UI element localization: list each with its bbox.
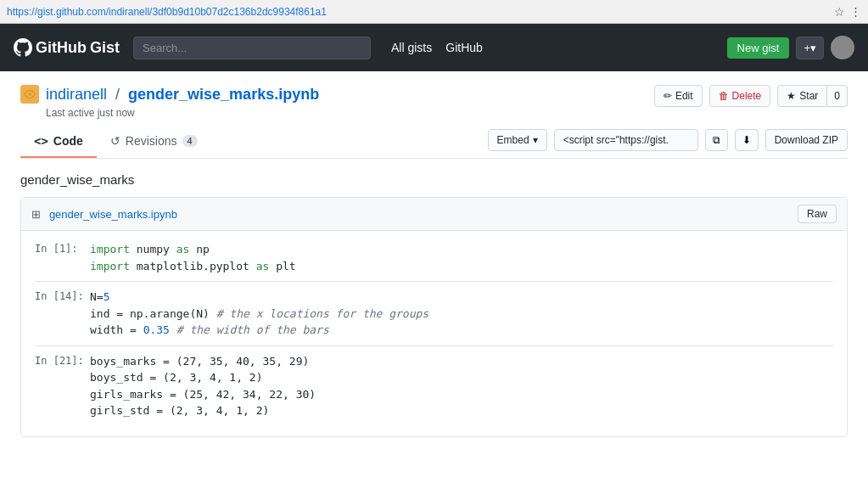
code-token: import [90,260,137,272]
code-token: = [116,307,130,320]
cell-separator [35,281,833,282]
file-icon: ⊞ [31,208,41,221]
code-token: boys_marks = (27, 35, 40, 35, 29) [90,355,309,368]
code-line: import numpy as np [90,241,296,258]
gist-type-icon [20,85,39,104]
tab-actions: Embed ▾ ⧉ ⬇ Download ZIP [488,129,848,154]
code-cell-1: In [1]: import numpy as np import matplo… [35,241,833,274]
code-token: boys_std = (2, 3, 4, 1, 2) [90,371,263,384]
gist-filename-link[interactable]: gender_wise_marks.ipynb [128,86,319,104]
browser-menu-icon[interactable]: ⋮ [850,5,861,18]
download-arrow-icon: ⬇ [742,134,751,146]
bookmark-icon[interactable]: ☆ [834,5,845,19]
cell-label-1: In [1]: [35,241,90,274]
code-area: In [1]: import numpy as np import matplo… [21,231,847,436]
code-token: np [196,243,210,256]
header-nav: All gists GitHub [391,41,714,54]
cell-label-2: In [14]: [35,289,90,339]
code-token: # the x locations for the groups [210,307,428,320]
code-line: girls_marks = (25, 42, 34, 22, 30) [90,386,316,403]
embed-dropdown-icon: ▾ [533,134,538,146]
copy-button[interactable]: ⧉ [705,129,728,151]
download-icon-button[interactable]: ⬇ [735,129,759,151]
new-gist-button[interactable]: New gist [727,37,790,59]
plus-button[interactable]: +▾ [796,37,824,59]
code-line: N=5 [90,289,428,306]
code-line: boys_marks = (27, 35, 40, 35, 29) [90,353,316,370]
cell-label-3: In [21]: [35,353,90,419]
tabs-bar: <> Code ↺ Revisions 4 Embed ▾ ⧉ ⬇ Downlo… [20,126,848,159]
cell-content-2: N=5 ind = np.arange(N) # the x locations… [90,289,428,339]
header-actions: New gist +▾ [727,36,854,59]
code-token: = [97,290,104,303]
tabs: <> Code ↺ Revisions 4 [20,126,211,158]
copy-icon: ⧉ [713,134,720,146]
delete-label: Delete [732,90,762,102]
cell-content-3: boys_marks = (27, 35, 40, 35, 29) boys_s… [90,353,316,419]
cell-content-1: import numpy as np import matplotlib.pyp… [90,241,296,274]
code-token: width [90,323,130,336]
code-token: matplotlib.pyplot [137,260,249,272]
tab-code-label: Code [53,134,83,148]
code-token: as [170,243,196,256]
trash-icon: 🗑 [719,90,729,102]
revisions-icon: ↺ [110,134,120,148]
file-link[interactable]: gender_wise_marks.ipynb [49,208,177,221]
cell-separator [35,345,833,346]
pencil-icon: ✏ [664,90,672,102]
address-bar: https://gist.github.com/indiranell/3df0b… [0,0,868,24]
logo-gist-text: Gist [90,39,120,57]
gist-actions: ✏ Edit 🗑 Delete ★ Star 0 [654,85,848,107]
download-zip-button[interactable]: Download ZIP [765,129,848,151]
star-icon: ★ [787,90,796,102]
tab-revisions[interactable]: ↺ Revisions 4 [97,126,211,158]
embed-button[interactable]: Embed ▾ [488,129,547,151]
code-line: width = 0.35 # the width of the bars [90,322,428,339]
header: GitHubGist All gists GitHub New gist +▾ [0,24,868,71]
raw-button[interactable]: Raw [798,205,837,223]
code-token: = [130,323,143,336]
code-token: girls_std = (2, 3, 4, 1, 2) [90,404,269,417]
nav-all-gists[interactable]: All gists [391,41,432,54]
revisions-count-badge: 4 [182,135,198,147]
tab-code[interactable]: <> Code [20,126,97,158]
star-count: 0 [827,85,848,107]
code-token: 5 [104,290,110,303]
edit-label: Edit [675,90,693,102]
code-cell-3: In [21]: boys_marks = (27, 35, 40, 35, 2… [35,353,833,419]
gist-owner-link[interactable]: indiranell [46,86,107,104]
code-token: # the width of the bars [170,323,329,336]
address-url: https://gist.github.com/indiranell/3df0b… [7,6,829,18]
code-icon: <> [34,134,48,148]
gist-meta: Last active just now [46,107,319,119]
github-octocat-icon [14,38,32,57]
code-token: 0.35 [143,323,170,336]
tab-revisions-label: Revisions [126,134,177,148]
user-avatar[interactable] [831,36,854,59]
code-token: as [249,260,276,272]
logo-github-text: GitHub [36,39,87,57]
main-content: indiranell / gender_wise_marks.ipynb Las… [0,71,868,464]
code-line: ind = np.arange(N) # the x locations for… [90,306,428,323]
search-input[interactable] [133,37,371,59]
star-label: Star [799,90,818,102]
gist-display-name: gender_wise_marks [20,172,848,187]
nav-github[interactable]: GitHub [445,41,483,54]
site-logo[interactable]: GitHubGist [14,38,120,57]
embed-input[interactable] [554,129,698,151]
edit-button[interactable]: ✏ Edit [654,85,703,107]
gist-title-separator: / [115,86,120,104]
delete-button[interactable]: 🗑 Delete [709,85,771,107]
file-header: ⊞ gender_wise_marks.ipynb Raw [21,198,847,231]
code-token: N [90,290,97,303]
code-token: plt [276,260,295,272]
code-token: import [90,243,137,256]
code-token: numpy [137,243,170,256]
file-block: ⊞ gender_wise_marks.ipynb Raw In [1]: im… [20,197,848,437]
star-group: ★ Star 0 [777,85,848,107]
code-line: boys_std = (2, 3, 4, 1, 2) [90,369,316,386]
code-cell-2: In [14]: N=5 ind = np.arange(N) # the x … [35,289,833,339]
star-button[interactable]: ★ Star [777,85,827,107]
embed-label: Embed [497,134,529,146]
code-token: ind [90,307,116,320]
